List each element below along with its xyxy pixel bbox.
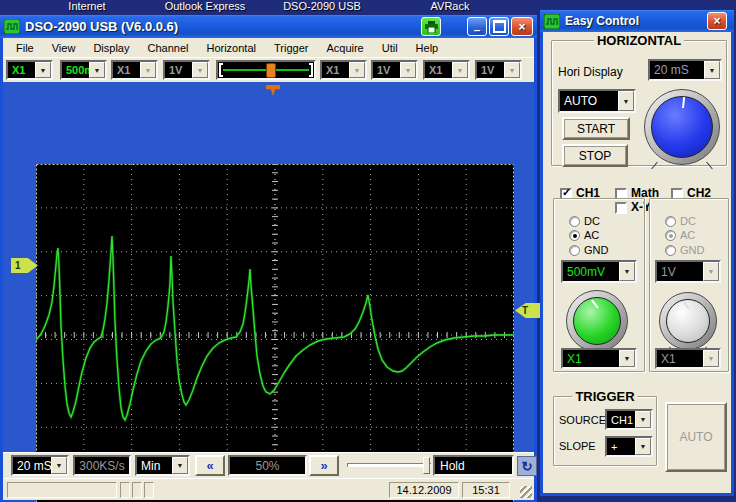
hold-status-value: Hold: [440, 459, 465, 473]
ch2-dc-label: DC: [680, 215, 696, 227]
menu-acquire[interactable]: Acquire: [317, 40, 372, 56]
desktop-icon-label-dso[interactable]: DSO-2090 USB: [283, 0, 361, 12]
scroll-left-button[interactable]: «: [195, 455, 225, 476]
chevron-down-icon: ▼: [452, 62, 468, 78]
bottom-control-bar: 20 mS ▼ 300KS/s Min ▼ « 50% » Hold ↻: [3, 452, 534, 479]
trigger-auto-button[interactable]: AUTO: [665, 402, 727, 472]
channel1-level-marker[interactable]: 1: [11, 258, 38, 273]
chevron-down-icon: ▼: [703, 350, 719, 367]
maximize-icon: [493, 20, 506, 33]
trigger-slope-label: SLOPE: [559, 440, 596, 452]
combo-value: X1: [661, 352, 676, 366]
close-button[interactable]: ×: [511, 17, 533, 36]
desktop-icon-label-avrack[interactable]: AVRack: [431, 0, 470, 12]
toolbar-combo-5[interactable]: X1 ▼: [320, 60, 367, 80]
auto-button-label: AUTO: [679, 430, 712, 444]
ch1-ac-radio[interactable]: [569, 230, 580, 241]
chevron-down-icon[interactable]: ▼: [619, 262, 635, 281]
chevron-down-icon[interactable]: ▼: [635, 438, 651, 455]
menu-help[interactable]: Help: [407, 40, 448, 56]
status-segment: [120, 482, 130, 498]
ch2-volt-knob: [659, 292, 717, 350]
menu-trigger[interactable]: Trigger: [265, 40, 317, 56]
scroll-right-button[interactable]: »: [309, 455, 339, 476]
menu-display[interactable]: Display: [84, 40, 138, 56]
easy-control-titlebar[interactable]: Easy Control ×: [540, 10, 734, 32]
slider-thumb[interactable]: [423, 457, 430, 474]
menu-horizontal[interactable]: Horizontal: [197, 40, 265, 56]
horizontal-group-title: HORIZONTAL: [594, 33, 684, 48]
toolbar-combo-8[interactable]: 1V ▼: [475, 60, 522, 80]
scope-client-area: 1 T: [3, 82, 534, 452]
refresh-icon: ↻: [522, 459, 533, 474]
combo-value: 20 mS: [654, 63, 689, 77]
stop-button[interactable]: STOP: [562, 144, 628, 167]
chevron-down-icon[interactable]: ▼: [635, 411, 651, 428]
main-titlebar[interactable]: DSO-2090 USB (V6.0.0.6) – ×: [0, 15, 537, 38]
window-title: DSO-2090 USB (V6.0.0.6): [25, 19, 178, 34]
combo-value: X1: [326, 64, 339, 76]
ch2-ac-label: AC: [680, 229, 695, 241]
trigger-position-slider[interactable]: [216, 60, 316, 80]
hori-timebase-combo[interactable]: 20 mS ▼: [648, 59, 722, 81]
toolbar-combo-7[interactable]: X1 ▼: [423, 60, 470, 80]
ch1-dc-radio[interactable]: [569, 216, 580, 227]
combo-value: 20 mS: [17, 459, 52, 473]
combo-value: 1V: [481, 64, 494, 76]
maximize-button[interactable]: [489, 17, 509, 36]
ch1-volt-combo[interactable]: 500mV ▼: [561, 260, 637, 283]
start-button[interactable]: START: [562, 117, 630, 140]
toolbar-ch1-probe-combo[interactable]: X1 ▼: [6, 60, 53, 80]
menu-channel[interactable]: Channel: [138, 40, 197, 56]
combo-value: X1: [12, 64, 25, 76]
menu-util[interactable]: Util: [373, 40, 407, 56]
date-value: 14.12.2009: [396, 484, 451, 496]
combo-value: 1V: [169, 64, 182, 76]
status-segment: [144, 482, 154, 498]
desktop-icon-label-outlook[interactable]: Outlook Express: [165, 0, 246, 12]
desktop-icon-label-internet[interactable]: Internet: [68, 0, 105, 12]
easy-control-close-button[interactable]: ×: [707, 12, 727, 30]
hori-mode-combo[interactable]: AUTO ▼: [558, 89, 636, 113]
print-button[interactable]: [421, 17, 441, 36]
minimize-button[interactable]: –: [467, 17, 487, 36]
slider-thumb[interactable]: [266, 63, 276, 78]
acquire-mode-combo[interactable]: Min ▼: [135, 455, 190, 476]
toolbar-combo-3[interactable]: X1 ▼: [111, 60, 158, 80]
status-segment: [132, 482, 142, 498]
menu-view[interactable]: View: [43, 40, 85, 56]
chevron-down-icon[interactable]: ▼: [704, 61, 720, 79]
ch1-volt-knob[interactable]: [566, 290, 628, 352]
timebase-combo[interactable]: 20 mS ▼: [11, 455, 69, 476]
toolbar-ch1-volt-combo[interactable]: 500m ▼: [60, 60, 107, 80]
ch1-gnd-label[interactable]: GND: [584, 244, 608, 256]
chevron-down-icon[interactable]: ▼: [89, 62, 105, 78]
chevron-down-icon[interactable]: ▼: [51, 457, 67, 474]
chevron-down-icon[interactable]: ▼: [172, 457, 188, 474]
ch1-dc-label[interactable]: DC: [584, 215, 600, 227]
menu-file[interactable]: File: [7, 40, 43, 56]
trigger-slope-combo[interactable]: + ▼: [605, 436, 653, 457]
slider-track: [347, 463, 431, 467]
horizontal-knob[interactable]: [644, 89, 720, 165]
toolbar-combo-4[interactable]: 1V ▼: [163, 60, 210, 80]
chevron-down-icon[interactable]: ▼: [619, 350, 635, 367]
horizontal-scroll-slider[interactable]: [347, 455, 431, 476]
chevron-down-icon[interactable]: ▼: [35, 62, 51, 78]
ch2-ac-radio: [665, 230, 676, 241]
resize-grip[interactable]: [520, 486, 532, 498]
status-segment: [7, 482, 117, 498]
chevron-down-icon[interactable]: ▼: [618, 91, 634, 111]
ch2-dc-radio: [665, 216, 676, 227]
combo-value: CH1: [611, 414, 633, 426]
refresh-button[interactable]: ↻: [517, 456, 537, 476]
trigger-position-marker[interactable]: [266, 85, 280, 96]
ch1-gnd-radio[interactable]: [569, 245, 580, 256]
toolbar-combo-6[interactable]: 1V ▼: [371, 60, 418, 80]
combo-value: +: [611, 441, 617, 453]
ch1-probe-combo[interactable]: X1 ▼: [561, 348, 637, 369]
ch1-ac-label[interactable]: AC: [584, 229, 599, 241]
main-window: DSO-2090 USB (V6.0.0.6) – × File View Di…: [0, 15, 537, 502]
trigger-level-marker[interactable]: T: [515, 303, 543, 318]
trigger-source-combo[interactable]: CH1 ▼: [605, 409, 653, 430]
